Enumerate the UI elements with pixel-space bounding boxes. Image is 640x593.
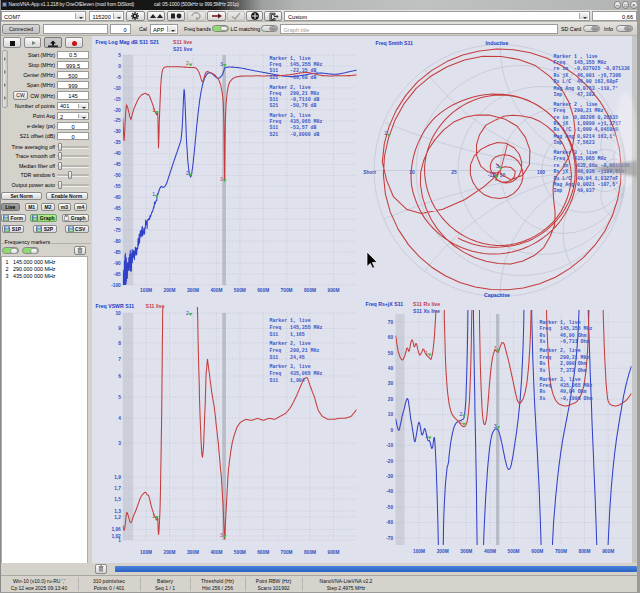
- svg-text:200M: 200M: [164, 288, 176, 293]
- svg-text:Freq Log Mag dB S11 S21: Freq Log Mag dB S11 S21: [96, 39, 160, 45]
- svg-text:10: 10: [388, 412, 394, 417]
- svg-text:1,5: 1,5: [114, 497, 121, 502]
- svg-text:-75: -75: [114, 228, 121, 233]
- svg-text:300M: 300M: [187, 550, 199, 555]
- svg-text:S11 1,004: S11 1,004: [270, 378, 305, 383]
- svg-text:6: 6: [118, 374, 121, 379]
- svg-text:S21 -0,8000 dB: S21 -0,8000 dB: [270, 132, 320, 137]
- svg-text:Rs L/C 46,90 162,68pF: Rs L/C 46,90 162,68pF: [554, 79, 619, 84]
- svg-text:0: 0: [391, 428, 394, 433]
- svg-text:800M: 800M: [579, 549, 591, 554]
- svg-text:2: 2: [460, 419, 463, 425]
- svg-text:-85: -85: [114, 250, 121, 255]
- svg-text:Imp 49,937: Imp 49,937: [554, 188, 595, 193]
- svg-text:Freq 435,065 MHz: Freq 435,065 MHz: [270, 119, 323, 124]
- svg-text:-10: -10: [386, 443, 393, 448]
- svg-text:Marker 2, live: Marker 2, live: [270, 85, 311, 90]
- svg-text:Freq 290,21 MHz: Freq 290,21 MHz: [554, 108, 604, 113]
- svg-text:2: 2: [384, 130, 387, 136]
- svg-text:Freq 145,355 MHz: Freq 145,355 MHz: [554, 60, 607, 65]
- svg-text:200M: 200M: [437, 549, 449, 554]
- svg-text:400M: 400M: [210, 550, 222, 555]
- svg-text:Marker 2, live: Marker 2, live: [270, 341, 311, 346]
- svg-text:100M: 100M: [140, 288, 152, 293]
- svg-text:700M: 700M: [281, 550, 293, 555]
- svg-text:-60: -60: [114, 195, 121, 200]
- svg-text:S11 -0,7110 dB: S11 -0,7110 dB: [270, 97, 320, 102]
- svg-text:Freq 435,065 MHz: Freq 435,065 MHz: [554, 156, 607, 161]
- svg-text:500M: 500M: [234, 550, 246, 555]
- svg-text:Short: Short: [363, 170, 376, 175]
- svg-text:3: 3: [220, 532, 223, 538]
- svg-text:500M: 500M: [234, 288, 246, 293]
- svg-text:re im -0,027025 -0,071336: re im -0,027025 -0,071336: [554, 66, 630, 71]
- svg-text:Imp 7,5623: Imp 7,5623: [554, 140, 595, 145]
- svg-text:Marker 1, live: Marker 1, live: [540, 320, 581, 325]
- svg-text:-20: -20: [386, 459, 393, 464]
- svg-text:Freq 145,355 MHz: Freq 145,355 MHz: [270, 62, 323, 67]
- svg-text:S21 -60,68 dB: S21 -60,68 dB: [270, 75, 317, 80]
- svg-text:400M: 400M: [484, 549, 496, 554]
- svg-text:-65: -65: [114, 206, 121, 211]
- svg-text:Marker 1, live: Marker 1, live: [270, 56, 311, 61]
- svg-text:S11 live: S11 live: [173, 39, 192, 45]
- svg-text:700M: 700M: [281, 288, 293, 293]
- svg-text:S11 live: S11 live: [146, 303, 165, 309]
- svg-text:3: 3: [118, 441, 121, 446]
- svg-text:1: 1: [152, 513, 155, 519]
- svg-text:Xs -0,1996 Ohm: Xs -0,1996 Ohm: [540, 396, 593, 401]
- svg-text:3: 3: [494, 345, 497, 351]
- svg-text:2: 2: [186, 170, 189, 176]
- svg-text:-45: -45: [114, 162, 121, 167]
- svg-text:800M: 800M: [304, 288, 316, 293]
- svg-text:1,9: 1,9: [114, 475, 121, 480]
- svg-text:2: 2: [460, 411, 463, 417]
- svg-text:Mag Ang 0,9214 163,1°: Mag Ang 0,9214 163,1°: [554, 134, 616, 139]
- svg-text:Freq 435,065 MHz: Freq 435,065 MHz: [270, 371, 323, 376]
- svg-text:Rs jX 1,0899 +j1,3717: Rs jX 1,0899 +j1,3717: [554, 121, 622, 126]
- svg-text:Freq 290,21 MHz: Freq 290,21 MHz: [270, 348, 320, 353]
- svg-text:-60: -60: [386, 520, 393, 525]
- svg-text:-35: -35: [114, 140, 121, 145]
- svg-text:3: 3: [496, 163, 499, 169]
- svg-text:Marker 3, live: Marker 3, live: [270, 113, 311, 118]
- svg-text:Rs L/C 1,090 4,0410nH: Rs L/C 1,090 4,0410nH: [554, 127, 619, 132]
- svg-text:1,7: 1,7: [114, 486, 121, 491]
- svg-text:900M: 900M: [602, 549, 614, 554]
- svg-text:900M: 900M: [328, 550, 340, 555]
- svg-text:Freq 145,355 MHz: Freq 145,355 MHz: [540, 326, 593, 331]
- svg-text:1: 1: [152, 107, 155, 113]
- svg-text:8: 8: [118, 341, 121, 346]
- svg-text:-40: -40: [386, 489, 393, 494]
- svg-text:300M: 300M: [187, 288, 199, 293]
- svg-text:20: 20: [388, 397, 394, 402]
- svg-text:Xs -6,731 Ohm: Xs -6,731 Ohm: [540, 339, 590, 344]
- svg-text:10: 10: [409, 170, 415, 175]
- svg-text:-90: -90: [114, 261, 121, 266]
- svg-text:-70: -70: [386, 536, 393, 541]
- svg-text:Rs jX 46,901 -j6,7306: Rs jX 46,901 -j6,7306: [554, 73, 622, 78]
- svg-text:Rs 2,090 Ohm: Rs 2,090 Ohm: [540, 361, 587, 366]
- svg-text:5: 5: [118, 53, 121, 58]
- svg-text:-15: -15: [114, 97, 121, 102]
- svg-text:600M: 600M: [531, 549, 543, 554]
- svg-text:-95: -95: [114, 272, 121, 277]
- svg-text:S11 24,45: S11 24,45: [270, 355, 305, 360]
- svg-text:100: 100: [537, 170, 545, 175]
- svg-text:-5: -5: [117, 75, 122, 80]
- svg-text:Rs 46,90 Ohm: Rs 46,90 Ohm: [540, 333, 587, 338]
- svg-text:-50: -50: [114, 173, 121, 178]
- svg-text:Marker 3 , live: Marker 3 , live: [554, 150, 598, 155]
- svg-text:-50: -50: [386, 505, 393, 510]
- svg-text:S11 -22,35 dB: S11 -22,35 dB: [270, 68, 317, 73]
- svg-text:100M: 100M: [140, 550, 152, 555]
- svg-text:-10: -10: [114, 86, 121, 91]
- svg-text:25: 25: [451, 170, 457, 175]
- svg-text:3: 3: [220, 176, 223, 182]
- svg-text:7: 7: [118, 357, 121, 362]
- svg-text:Marker 3, live: Marker 3, live: [270, 364, 311, 369]
- svg-text:S11 Rs live: S11 Rs live: [413, 301, 440, 307]
- svg-text:Freq 145,355 MHz: Freq 145,355 MHz: [270, 325, 323, 330]
- svg-text:1: 1: [118, 538, 121, 543]
- svg-text:Marker 1, live: Marker 1, live: [270, 318, 311, 323]
